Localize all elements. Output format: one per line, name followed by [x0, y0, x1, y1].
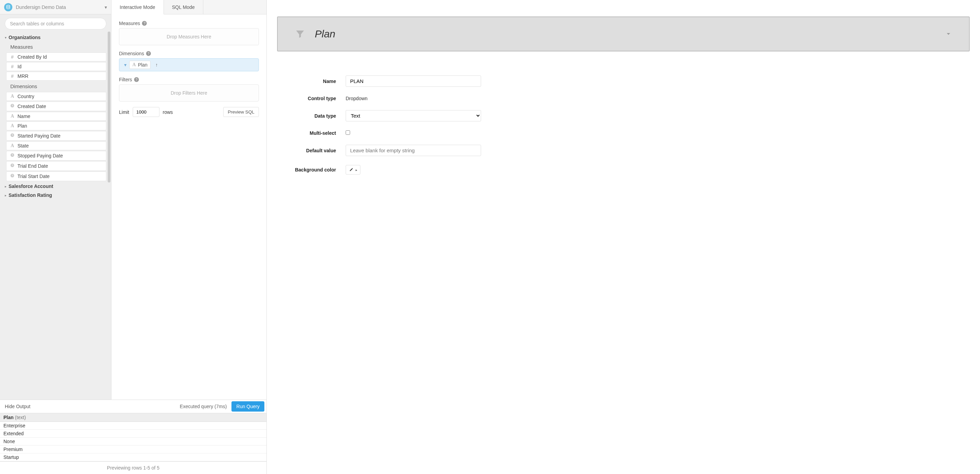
run-query-button[interactable]: Run Query	[231, 401, 264, 412]
help-icon[interactable]: ?	[146, 51, 151, 56]
dimensions-dropzone[interactable]: ▾ A Plan ↑	[119, 58, 259, 72]
dimension-item[interactable]: Trial End Date	[6, 161, 106, 171]
measures-dropzone[interactable]: Drop Measures Here	[119, 28, 259, 45]
result-row: Startup	[0, 453, 266, 461]
item-label: Trial End Date	[18, 163, 48, 169]
multiselect-label: Multi-select	[277, 130, 346, 136]
sort-asc-icon[interactable]: ↑	[155, 62, 158, 68]
clock-icon	[9, 103, 16, 110]
schema-sidebar: ▾ Organizations Measures #Created By Id#…	[0, 14, 111, 399]
datasource-dropdown[interactable]: Dundersign Demo Data ▾	[0, 0, 111, 14]
hide-output-button[interactable]: Hide Output	[5, 404, 30, 409]
clock-icon	[9, 173, 16, 180]
text-type-icon: A	[132, 62, 136, 68]
limit-input[interactable]	[133, 107, 159, 117]
tab-sql-mode[interactable]: SQL Mode	[164, 0, 203, 14]
output-panel: Hide Output Executed query (7ms) Run Que…	[0, 399, 266, 474]
default-value-input[interactable]	[346, 145, 481, 156]
clock-icon	[9, 153, 16, 159]
query-time-label: Executed query (7ms)	[180, 404, 227, 409]
datasource-name: Dundersign Demo Data	[16, 5, 105, 10]
item-label: MRR	[18, 73, 29, 79]
default-value-label: Default value	[277, 148, 346, 153]
result-footer: Previewing rows 1-5 of 5	[0, 461, 266, 474]
measure-item[interactable]: #Created By Id	[6, 52, 106, 61]
schema-tree: ▾ Organizations Measures #Created By Id#…	[0, 33, 111, 399]
dimension-item[interactable]: Trial Start Date	[6, 172, 106, 181]
preview-sql-button[interactable]: Preview SQL	[223, 107, 259, 117]
result-row: Enterprise	[0, 422, 266, 430]
scrollbar[interactable]	[108, 32, 110, 183]
dimension-item[interactable]: Created Date	[6, 102, 106, 111]
result-row: Extended	[0, 430, 266, 437]
name-label: Name	[277, 78, 346, 84]
table-salesforce-account[interactable]: ▸ Salesforce Account	[3, 182, 106, 191]
datasource-icon	[4, 3, 12, 11]
item-label: Id	[18, 64, 22, 69]
multiselect-checkbox[interactable]	[346, 130, 350, 135]
number-type-icon: #	[9, 64, 16, 69]
measures-label: Measures ?	[119, 21, 259, 26]
clock-icon	[9, 133, 16, 139]
help-icon[interactable]: ?	[134, 77, 139, 82]
dimension-item[interactable]: Started Paying Date	[6, 131, 106, 141]
dimension-item[interactable]: AName	[6, 112, 106, 121]
limit-label: Limit	[119, 110, 129, 115]
dimension-pill-plan[interactable]: A Plan	[129, 61, 151, 69]
dimension-item[interactable]: APlan	[6, 121, 106, 130]
dimension-item[interactable]: Stopped Paying Date	[6, 151, 106, 161]
chevron-down-icon: ▾	[5, 36, 6, 40]
filters-dropzone[interactable]: Drop Filters Here	[119, 84, 259, 102]
item-label: State	[18, 143, 29, 148]
tab-interactive-mode[interactable]: Interactive Mode	[111, 0, 164, 14]
table-organizations[interactable]: ▾ Organizations	[3, 33, 106, 42]
help-icon[interactable]: ?	[142, 21, 147, 26]
text-type-icon: A	[9, 143, 16, 148]
filter-form: Name Control type Dropdown Data type Tex…	[277, 75, 517, 175]
name-input[interactable]	[346, 75, 481, 87]
control-type-label: Control type	[277, 96, 346, 101]
mode-tabs: Interactive Mode SQL Mode	[111, 0, 266, 14]
item-label: Created By Id	[18, 54, 47, 60]
result-row: None	[0, 437, 266, 445]
item-label: Plan	[18, 123, 27, 129]
text-type-icon: A	[9, 94, 16, 99]
clock-icon	[9, 163, 16, 169]
measure-item[interactable]: #Id	[6, 62, 106, 71]
result-row: Premium	[0, 445, 266, 453]
search-input[interactable]	[5, 18, 106, 30]
result-column-header: Plan (text)	[0, 413, 266, 422]
text-type-icon: A	[9, 113, 16, 119]
item-label: Started Paying Date	[18, 133, 60, 138]
filter-title: Plan	[315, 28, 945, 40]
table-satisfaction-rating[interactable]: ▸ Satisfaction Rating	[3, 191, 106, 200]
caret-right-icon: ▸	[356, 168, 357, 172]
item-label: Created Date	[18, 103, 46, 109]
control-type-value: Dropdown	[346, 96, 368, 101]
data-type-select[interactable]: Text	[346, 110, 481, 121]
item-label: Name	[18, 113, 30, 119]
number-type-icon: #	[9, 73, 16, 79]
filter-config-panel: Plan Name Control type Dropdown Data typ…	[267, 0, 980, 474]
dimension-item[interactable]: ACountry	[6, 92, 106, 101]
filters-label: Filters ?	[119, 77, 259, 82]
query-panel: Dundersign Demo Data ▾ Interactive Mode …	[0, 0, 267, 474]
brush-icon	[349, 167, 353, 172]
dimension-item[interactable]: AState	[6, 141, 106, 150]
number-type-icon: #	[9, 54, 16, 60]
svg-point-0	[6, 5, 10, 6]
measures-section-label: Measures	[3, 42, 106, 52]
rows-label: rows	[163, 110, 173, 115]
dimensions-section-label: Dimensions	[3, 81, 106, 91]
bgcolor-picker[interactable]: ▸	[346, 165, 360, 175]
measure-item[interactable]: #MRR	[6, 72, 106, 81]
dimensions-label: Dimensions ?	[119, 51, 259, 56]
text-type-icon: A	[9, 123, 16, 129]
filter-header-card[interactable]: Plan	[277, 16, 970, 51]
chevron-right-icon: ▸	[5, 185, 6, 188]
chevron-down-icon[interactable]	[945, 30, 952, 37]
item-label: Stopped Paying Date	[18, 153, 63, 159]
item-label: Trial Start Date	[18, 173, 50, 179]
funnel-icon	[295, 29, 305, 39]
pill-menu-caret[interactable]: ▾	[121, 62, 129, 68]
